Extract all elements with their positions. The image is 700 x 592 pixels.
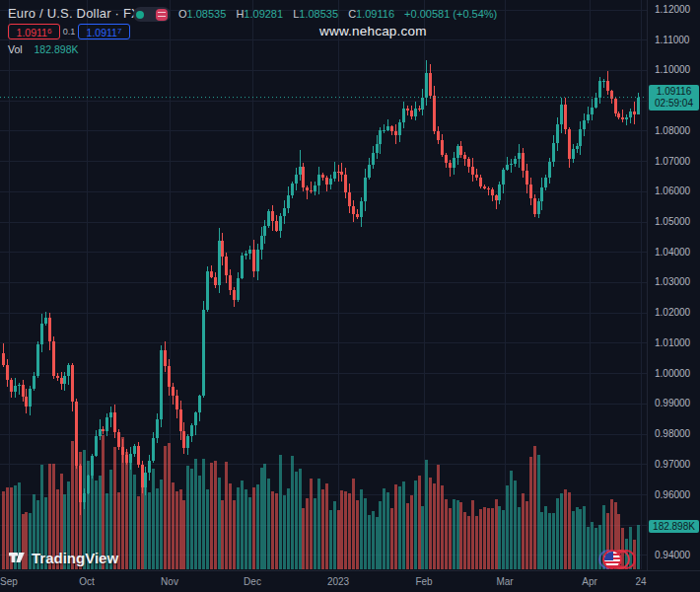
price-axis-label: 1.00000	[655, 368, 690, 379]
time-axis-label: Apr	[582, 576, 597, 587]
price-axis-label: 1.11000	[655, 35, 689, 45]
time-axis-label: 24	[635, 576, 646, 587]
time-axis[interactable]: SepOctNovDec2023FebMarApr24	[0, 570, 700, 592]
time-axis-label: Sep	[0, 576, 18, 587]
price-axis-label: 1.08000	[655, 125, 690, 136]
price-axis-label: 0.99000	[655, 398, 690, 408]
price-axis-label: 1.02000	[655, 307, 690, 318]
price-axis-label: 1.06000	[655, 185, 690, 196]
last-price-value: 1.09116	[649, 86, 699, 98]
volume-label: Vol	[8, 43, 23, 55]
tradingview-chart-window: Euro / U.S. Dollar · FXCM O1.08535 H1.09…	[0, 0, 700, 592]
price-axis-label: 1.04000	[655, 247, 690, 258]
ohlc-readout: O1.08535 H1.09281 L1.08535 C1.09116 +0.0…	[178, 8, 497, 20]
legend-visibility-toggle[interactable]	[133, 7, 171, 22]
low-value: 1.08535	[299, 8, 338, 20]
close-label: C	[348, 8, 356, 20]
time-axis-label: Dec	[244, 576, 261, 587]
tradingview-logo-icon	[8, 549, 26, 566]
open-label: O	[178, 8, 187, 20]
price-axis[interactable]: 0.940000.950000.960000.970000.980000.990…	[647, 0, 700, 570]
price-axis-label: 1.10000	[655, 64, 690, 75]
volume-axis-badge: 182.898K	[649, 520, 699, 533]
price-axis-label: 1.12000	[655, 4, 690, 15]
price-axis-label: 1.01000	[655, 337, 690, 348]
price-axis-label: 0.97000	[655, 459, 690, 470]
candle-countdown: 02:59:04	[649, 98, 699, 110]
sell-bid-button[interactable]: 1.09116	[8, 24, 60, 39]
buy-ask-button[interactable]: 1.09117	[78, 24, 130, 39]
open-value: 1.08535	[187, 8, 227, 20]
time-axis-label: Mar	[496, 576, 513, 587]
volume-readout: Vol 182.898K	[8, 43, 79, 55]
tradingview-logo-text: TradingView	[32, 550, 118, 566]
watermark-text: www.nehcap.com	[319, 24, 427, 38]
price-axis-label: 1.05000	[655, 216, 690, 227]
volume-value: 182.898K	[35, 43, 79, 55]
change-readout: +0.00581 (+0.54%)	[404, 8, 497, 20]
high-value: 1.09281	[244, 8, 283, 20]
last-price-badge: 1.09116 02:59:04	[649, 85, 699, 111]
price-axis-label: 1.03000	[655, 276, 690, 287]
market-status-dot-icon	[136, 11, 144, 19]
time-axis-label: Oct	[79, 576, 95, 587]
price-axis-label: 1.07000	[655, 156, 690, 167]
price-axis-label: 0.98000	[655, 428, 690, 439]
time-axis-label: Feb	[415, 576, 432, 587]
ask-fractional-digit: 7	[117, 27, 121, 36]
legend-menu-icon[interactable]	[156, 9, 168, 21]
time-axis-label: Nov	[161, 576, 178, 587]
close-value: 1.09116	[356, 8, 394, 20]
price-axis-label: 0.94000	[655, 550, 690, 560]
bid-fractional-digit: 6	[47, 27, 51, 36]
spread-value: 0.1	[61, 27, 77, 37]
tradingview-logo[interactable]: TradingView	[8, 549, 118, 566]
time-axis-label: 2023	[327, 576, 349, 587]
price-axis-label: 0.96000	[655, 489, 690, 500]
chart-canvas[interactable]	[0, 0, 700, 592]
